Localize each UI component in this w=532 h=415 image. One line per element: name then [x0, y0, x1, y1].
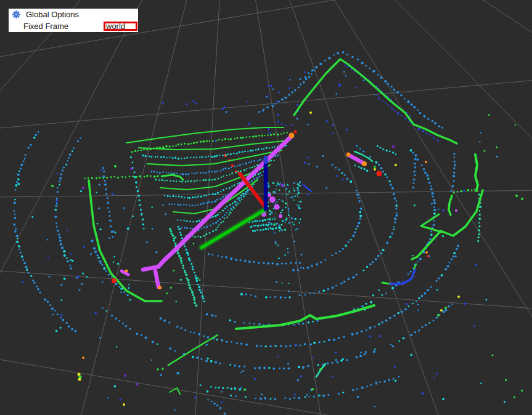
- fixed-frame-value-field[interactable]: world: [104, 22, 137, 31]
- global-options-label: Global Options: [26, 10, 79, 19]
- 3d-viewport[interactable]: [0, 0, 532, 415]
- global-options-row[interactable]: Global Options: [9, 9, 138, 20]
- rviz-window: Global Options Fixed Frame world: [0, 0, 532, 415]
- global-options-panel: Global Options Fixed Frame world: [9, 9, 138, 32]
- fixed-frame-label: Fixed Frame: [23, 22, 68, 31]
- gear-icon: [12, 10, 20, 18]
- fixed-frame-row[interactable]: Fixed Frame world: [9, 20, 138, 32]
